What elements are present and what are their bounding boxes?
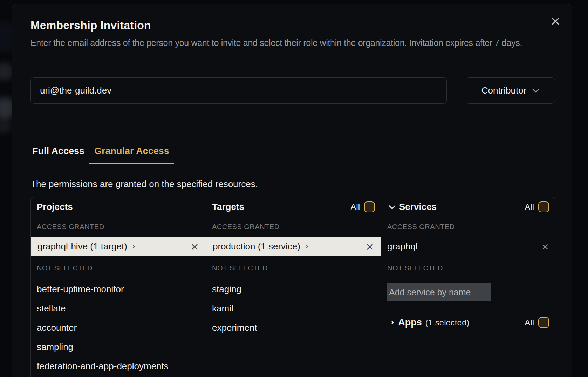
chevron-right-icon: › — [305, 241, 308, 252]
services-column: Services All ACCESS GRANTED graphql × NO… — [381, 197, 555, 377]
dialog-title: Membership Invitation — [30, 19, 151, 32]
resources-panel: Projects ACCESS GRANTED graphql-hive (1 … — [30, 197, 555, 377]
services-not-selected-label: NOT SELECTED — [381, 256, 555, 280]
tab-granular-access[interactable]: Granular Access — [89, 146, 174, 164]
chevron-down-icon — [389, 205, 396, 210]
backdrop-blur-fragment — [0, 119, 11, 133]
apps-selected-count: (1 selected) — [425, 318, 469, 328]
add-service-input[interactable] — [387, 283, 491, 301]
project-item[interactable]: accounter — [31, 318, 206, 337]
projects-access-granted-label: ACCESS GRANTED — [31, 217, 206, 237]
services-all-checkbox[interactable] — [538, 201, 549, 212]
chevron-right-icon: › — [391, 317, 394, 327]
dialog-description: Enter the email address of the person yo… — [30, 36, 559, 49]
targets-column: Targets All ACCESS GRANTED production (1… — [206, 197, 381, 377]
target-item[interactable]: staging — [206, 280, 381, 299]
chevron-right-icon: › — [132, 241, 135, 252]
role-selected-value: Contributor — [481, 85, 527, 96]
close-button[interactable]: × — [548, 14, 562, 28]
apps-section-row[interactable]: › Apps (1 selected) All — [381, 309, 555, 336]
services-header-label: Services — [399, 201, 437, 212]
targets-all-checkbox[interactable] — [364, 201, 375, 212]
projects-column: Projects ACCESS GRANTED graphql-hive (1 … — [31, 197, 206, 377]
close-icon: × — [550, 14, 561, 28]
targets-column-header: Targets All — [206, 197, 381, 217]
remove-icon: × — [365, 240, 374, 253]
granted-service-name: graphql — [387, 241, 418, 252]
project-item[interactable]: federation-and-app-deployments — [31, 357, 206, 376]
granted-service-row: graphql × — [381, 237, 555, 256]
remove-target-button[interactable]: × — [365, 241, 374, 252]
targets-header-label: Targets — [212, 201, 244, 212]
remove-icon: × — [190, 240, 199, 253]
services-all-label: All — [525, 202, 534, 212]
role-select[interactable]: Contributor — [466, 77, 555, 104]
target-item[interactable]: experiment — [206, 318, 381, 337]
targets-not-selected-label: NOT SELECTED — [206, 256, 381, 280]
selected-project-row[interactable]: graphql-hive (1 target) › × — [31, 237, 206, 256]
project-item[interactable]: better-uptime-monitor — [31, 280, 206, 299]
remove-project-button[interactable]: × — [190, 241, 199, 252]
remove-service-button[interactable]: × — [541, 242, 549, 251]
tab-full-access[interactable]: Full Access — [27, 146, 89, 164]
remove-icon: × — [541, 241, 549, 252]
project-item[interactable]: stellate — [31, 299, 206, 318]
chevron-down-icon — [532, 89, 539, 93]
selected-target-name: production (1 service) — [213, 241, 300, 252]
projects-column-header: Projects — [31, 197, 206, 217]
backdrop-blur-fragment — [0, 62, 13, 81]
selected-target-row[interactable]: production (1 service) › × — [206, 237, 381, 256]
projects-not-selected-label: NOT SELECTED — [31, 256, 206, 280]
access-tabs: Full Access Granular Access — [27, 146, 174, 164]
project-item[interactable]: sampling — [31, 337, 206, 357]
apps-all-label: All — [525, 318, 534, 328]
targets-all-label: All — [350, 202, 360, 212]
target-item[interactable]: kamil — [206, 299, 381, 318]
targets-access-granted-label: ACCESS GRANTED — [206, 217, 381, 237]
invite-email-input[interactable] — [30, 77, 447, 104]
services-access-granted-label: ACCESS GRANTED — [381, 217, 555, 237]
permissions-note: The permissions are granted on the speci… — [30, 179, 258, 190]
services-column-header[interactable]: Services All — [381, 197, 555, 217]
projects-header-label: Projects — [37, 201, 73, 212]
apps-all-checkbox[interactable] — [538, 317, 549, 328]
membership-invitation-dialog: × Membership Invitation Enter the email … — [12, 4, 572, 377]
apps-label: Apps — [398, 317, 422, 328]
selected-project-name: graphql-hive (1 target) — [37, 241, 127, 252]
